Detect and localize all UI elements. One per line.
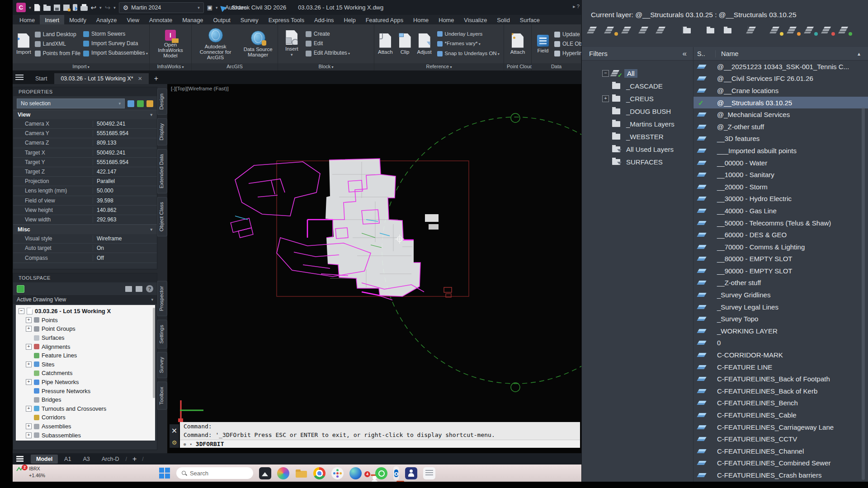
- layer-status-icon[interactable]: [697, 209, 706, 213]
- command-grip-icon[interactable]: ●: [184, 442, 186, 446]
- point-cloud-panel-label[interactable]: Point Cloud: [504, 63, 531, 70]
- layer-tool-icon[interactable]: [789, 26, 800, 34]
- outlook-icon[interactable]: o: [394, 469, 398, 477]
- ribbon-small-button[interactable]: *Frames vary*: [437, 41, 500, 47]
- qat-overflow-caret-icon[interactable]: ▾: [216, 5, 218, 10]
- filter-tree-item[interactable]: _DOUG BUSH: [587, 105, 693, 117]
- layer-status-icon[interactable]: [697, 353, 706, 357]
- close-command-icon[interactable]: ✕: [171, 427, 177, 435]
- workspace-switcher[interactable]: ⚙ Martin 2024 ▾: [119, 2, 204, 13]
- chrome-icon[interactable]: [313, 467, 326, 479]
- property-row[interactable]: Target Y 5551685.954: [13, 158, 157, 167]
- layer-status-icon[interactable]: [697, 377, 706, 381]
- layer-status-icon[interactable]: [697, 473, 706, 477]
- layer-tool-icon[interactable]: [723, 26, 734, 34]
- layer-row[interactable]: ✓ _Survey Legal Lines: [693, 301, 868, 313]
- customize-command-icon[interactable]: ⚙: [172, 439, 177, 446]
- tree-root-drawing[interactable]: − 03.03.26 - Lot 15 Working X: [19, 307, 155, 316]
- palette-tab[interactable]: Survey: [157, 352, 167, 378]
- layer-list-scrollbar[interactable]: [862, 107, 865, 480]
- name-column-header[interactable]: Name: [716, 50, 858, 57]
- save-icon[interactable]: [54, 5, 60, 11]
- layer-row[interactable]: ✓ C-CORRIDOR-MARK: [693, 349, 868, 361]
- layer-row[interactable]: ✓ @__Structurals 03.10.25: [693, 97, 868, 109]
- layer-status-icon[interactable]: [697, 317, 706, 321]
- expand-icon[interactable]: +: [26, 317, 32, 323]
- layer-row[interactable]: ✓ C-FEATURELINES_Back of Footpath: [693, 373, 868, 385]
- property-row[interactable]: Camera X 500492.241: [13, 119, 157, 129]
- redo-icon[interactable]: ↪: [105, 4, 111, 11]
- ribbon-tab[interactable]: Insert: [40, 15, 64, 24]
- layer-status-icon[interactable]: [697, 461, 706, 465]
- ribbon-tab[interactable]: Visualize: [459, 15, 492, 24]
- layer-status-icon[interactable]: [697, 341, 706, 345]
- layer-tool-icon[interactable]: [748, 26, 765, 34]
- layer-row[interactable]: ✓ __90000 - EMPTY SLOT: [693, 265, 868, 277]
- property-row[interactable]: Compass Off: [13, 253, 157, 263]
- filter-tree-item[interactable]: _Martins Layers: [587, 117, 693, 130]
- selection-dropdown[interactable]: No selection ▾: [17, 99, 125, 108]
- layer-row[interactable]: ✓ C-FEATURELINES_Cable: [693, 409, 868, 421]
- save-as-icon[interactable]: [63, 5, 70, 11]
- layer-row[interactable]: ✓ __50000 - Telecomms (Telus & Shaw): [693, 217, 868, 229]
- layer-status-icon[interactable]: [697, 197, 706, 201]
- layer-tool-icon[interactable]: [772, 26, 783, 34]
- layer-tool-icon[interactable]: [641, 26, 651, 34]
- clip-button[interactable]: Clip: [398, 33, 412, 56]
- palette-tab[interactable]: Design: [157, 89, 167, 115]
- layer-status-icon[interactable]: [697, 281, 706, 285]
- app-menu-caret-icon[interactable]: ▾: [29, 5, 31, 10]
- layer-status-icon[interactable]: [697, 76, 706, 80]
- property-row[interactable]: View width 292.963: [13, 215, 157, 225]
- ribbon-small-button[interactable]: Import Subassemblies: [83, 50, 148, 56]
- photos-app-icon[interactable]: [259, 467, 271, 479]
- layer-row[interactable]: ✓ C-FEATURELINES_Back of Kerb: [693, 385, 868, 397]
- tree-item[interactable]: Surfaces: [26, 333, 155, 343]
- filter-tree-item[interactable]: + _CREUS: [587, 92, 693, 105]
- ribbon-tab[interactable]: Annotate: [144, 15, 177, 24]
- layer-row[interactable]: ✓ __60000 - DES & GEO: [693, 229, 868, 241]
- ribbon-small-button[interactable]: LandXML: [35, 41, 80, 47]
- tab-active-drawing[interactable]: 03.03.26 - Lot 15 Working X* ✕: [54, 73, 148, 84]
- tree-item[interactable]: Catchments: [26, 369, 155, 378]
- ribbon-small-button[interactable]: Points from File: [35, 51, 80, 56]
- layer-row[interactable]: ✓ _Survey Gridlines: [693, 289, 868, 301]
- ribbon-tab[interactable]: Add-ins: [309, 15, 339, 24]
- filter-tree-item[interactable]: − All: [587, 67, 693, 80]
- ribbon-tab[interactable]: Modify: [64, 15, 91, 24]
- ribbon-tab[interactable]: Output: [208, 15, 235, 24]
- tree-item[interactable]: + Alignments: [26, 342, 155, 351]
- quick-select-icon[interactable]: [127, 100, 134, 107]
- layer-row[interactable]: ✓ ___Imported asbuilt points: [693, 145, 868, 157]
- paint-app-icon[interactable]: [331, 467, 344, 479]
- property-row[interactable]: Visual style Wireframe: [13, 234, 157, 244]
- viewport-controls[interactable]: [-][Top][Wireframe (Fast)]: [171, 86, 229, 91]
- layer-tool-icon[interactable]: [589, 26, 600, 34]
- layer-status-icon[interactable]: [697, 185, 706, 189]
- filter-tree-item[interactable]: SURFACES: [587, 155, 693, 168]
- recent-commands-icon[interactable]: ▾: [189, 442, 192, 446]
- status-column-header[interactable]: S..: [693, 50, 716, 57]
- filter-tree-item[interactable]: _CASCADE: [587, 80, 693, 92]
- ribbon-tab[interactable]: Help: [339, 15, 360, 24]
- ribbon-tab[interactable]: Home: [14, 15, 40, 24]
- toolspace-panorama-icon[interactable]: [125, 286, 132, 292]
- expand-icon[interactable]: −: [19, 308, 24, 314]
- layer-status-icon[interactable]: [697, 113, 706, 117]
- layer-row[interactable]: ✓ C-FEATURELINES_CCTV: [693, 433, 868, 445]
- property-row[interactable]: Camera Y 5551685.954: [13, 129, 157, 138]
- print-icon[interactable]: [80, 6, 88, 11]
- ribbon-small-button[interactable]: Update Fields: [554, 32, 581, 38]
- layer-status-icon[interactable]: [697, 293, 706, 297]
- select-objects-icon[interactable]: [137, 100, 144, 107]
- ribbon-small-button[interactable]: Import Survey Data: [83, 41, 148, 47]
- block-panel-label[interactable]: Block: [278, 63, 374, 70]
- redo-caret-icon[interactable]: ▾: [113, 5, 116, 10]
- tab-start[interactable]: Start: [29, 73, 53, 84]
- layer-row[interactable]: ✓ @_Mechanical Services: [693, 108, 868, 121]
- notepad-icon[interactable]: [423, 467, 435, 479]
- layer-row[interactable]: ✓ @__20251223 10343_SSK-001_Tennis C...: [693, 61, 868, 73]
- attach-point-cloud-button[interactable]: Attach: [509, 33, 526, 56]
- app-menu-icon[interactable]: [15, 73, 24, 81]
- ribbon-tab[interactable]: Featured Apps: [361, 15, 408, 24]
